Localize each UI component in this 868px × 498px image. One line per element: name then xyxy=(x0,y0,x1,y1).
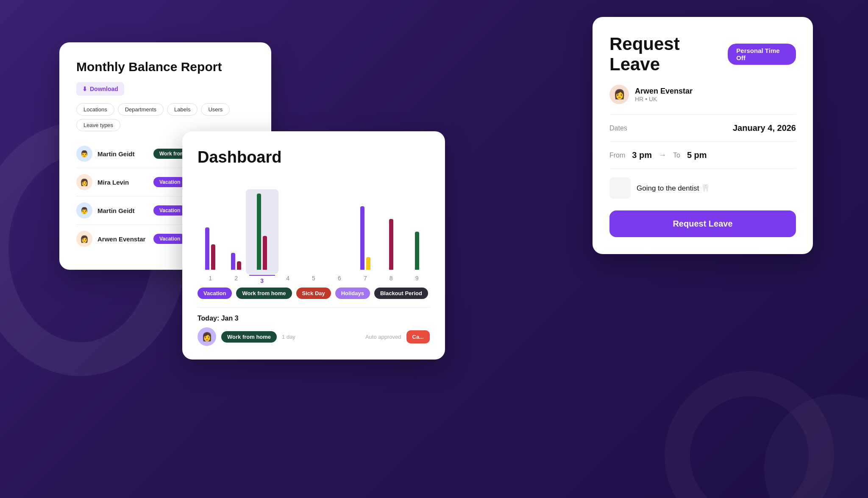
chart-label-8: 8 xyxy=(378,275,404,284)
request-title: Request Leave xyxy=(609,34,728,75)
leave-badge: Vacation xyxy=(153,205,186,216)
chart-group-1 xyxy=(198,227,223,270)
chart-label-9: 9 xyxy=(404,275,430,284)
bar xyxy=(415,232,419,270)
dates-value: January 4, 2026 xyxy=(733,123,796,133)
from-label: From xyxy=(609,152,625,159)
filter-leave-types[interactable]: Leave types xyxy=(76,119,120,131)
chart-label-3[interactable]: 3 xyxy=(249,275,275,284)
report-title: Monthly Balance Report xyxy=(76,59,254,75)
bar xyxy=(211,244,215,270)
today-leave-badge: Work from home xyxy=(221,331,277,343)
chart-group-8 xyxy=(378,219,404,270)
arrow-icon: → xyxy=(659,151,666,160)
today-auto-label: Auto approved xyxy=(365,334,401,340)
avatar: 👩 xyxy=(76,174,92,190)
chart-group-3 xyxy=(249,194,275,270)
legend-vacation[interactable]: Vacation xyxy=(198,288,232,299)
filter-departments[interactable]: Departments xyxy=(118,103,164,116)
bar xyxy=(389,219,393,270)
today-row: 👩 Work from home 1 day Auto approved Ca.… xyxy=(198,327,430,346)
today-avatar: 👩 xyxy=(198,327,216,346)
avatar: 👨 xyxy=(76,146,92,162)
user-name: Arwen Evenstar xyxy=(635,87,693,96)
chart-group-2 xyxy=(223,253,249,270)
user-meta: HR • UK xyxy=(635,96,693,102)
legend-holidays[interactable]: Holidays xyxy=(335,288,370,299)
to-label: To xyxy=(673,152,680,159)
bar-chart xyxy=(198,177,430,270)
user-name: Arwen Evenstar xyxy=(97,235,148,243)
leave-badge: Vacation xyxy=(153,177,186,187)
chart-labels: 1 2 3 4 5 6 7 8 9 xyxy=(198,275,430,284)
download-icon: ⬇ xyxy=(82,86,87,92)
bar xyxy=(205,227,209,270)
to-value: 5 pm xyxy=(687,150,707,160)
user-info: 👩 Arwen Evenstar HR • UK xyxy=(609,85,796,104)
bar xyxy=(366,257,370,270)
bar xyxy=(360,206,364,270)
note-thumbnail xyxy=(609,177,631,199)
dates-label: Dates xyxy=(609,125,627,132)
note-text: Going to the dentist 🦷 xyxy=(637,184,710,193)
request-header: Request Leave Personal Time Off xyxy=(609,34,796,75)
chart-group-7 xyxy=(352,206,378,270)
avatar: 👨 xyxy=(76,202,92,219)
avatar: 👩 xyxy=(609,85,629,104)
avatar: 👩 xyxy=(76,231,92,247)
today-label: Today: Jan 3 xyxy=(198,315,430,322)
filter-labels[interactable]: Labels xyxy=(167,103,198,116)
filter-locations[interactable]: Locations xyxy=(76,103,114,116)
filter-users[interactable]: Users xyxy=(201,103,230,116)
bar xyxy=(231,253,235,270)
legend-sick[interactable]: Sick Day xyxy=(296,288,331,299)
legend-blackout[interactable]: Blackout Period xyxy=(374,288,428,299)
bar xyxy=(237,261,241,270)
today-cancel-button[interactable]: Ca... xyxy=(406,330,430,343)
chart-label-1: 1 xyxy=(198,275,223,284)
today-duration: 1 day xyxy=(282,334,295,340)
user-details: Arwen Evenstar HR • UK xyxy=(635,87,693,102)
dates-row: Dates January 4, 2026 xyxy=(609,114,796,141)
download-button[interactable]: ⬇ Download xyxy=(76,82,124,96)
chart-label-6: 6 xyxy=(326,275,352,284)
pto-badge: Personal Time Off xyxy=(728,44,796,65)
time-row: From 3 pm → To 5 pm xyxy=(609,141,796,169)
user-name: Martin Geidt xyxy=(97,207,148,214)
dashboard-title: Dashboard xyxy=(198,148,430,166)
note-row: Going to the dentist 🦷 xyxy=(609,169,796,207)
chart-label-4: 4 xyxy=(275,275,301,284)
legend-wfh[interactable]: Work from home xyxy=(236,288,292,299)
from-value: 3 pm xyxy=(632,150,652,160)
request-leave-card: Request Leave Personal Time Off 👩 Arwen … xyxy=(593,17,813,254)
chart-label-7: 7 xyxy=(352,275,378,284)
filter-tabs: Locations Departments Labels Users Leave… xyxy=(76,103,254,131)
bar xyxy=(263,236,267,270)
user-name: Martin Geidt xyxy=(97,150,148,158)
dashboard-card: Dashboard xyxy=(182,131,445,360)
today-section: Today: Jan 3 👩 Work from home 1 day Auto… xyxy=(198,307,430,346)
bar xyxy=(257,194,261,270)
chart-label-5: 5 xyxy=(301,275,327,284)
download-label: Download xyxy=(90,86,118,92)
user-name: Mira Levin xyxy=(97,179,148,186)
chart-legend: Vacation Work from home Sick Day Holiday… xyxy=(198,288,430,299)
leave-badge: Vacation xyxy=(153,234,186,244)
chart-group-9 xyxy=(404,232,430,270)
request-leave-button[interactable]: Request Leave xyxy=(609,210,796,237)
chart-label-2: 2 xyxy=(223,275,249,284)
